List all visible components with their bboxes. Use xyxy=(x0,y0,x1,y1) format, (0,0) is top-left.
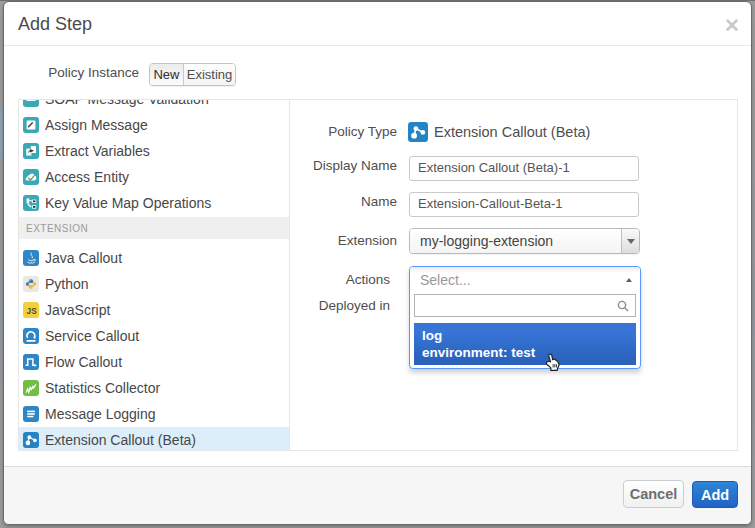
svg-text:JS: JS xyxy=(27,307,38,316)
